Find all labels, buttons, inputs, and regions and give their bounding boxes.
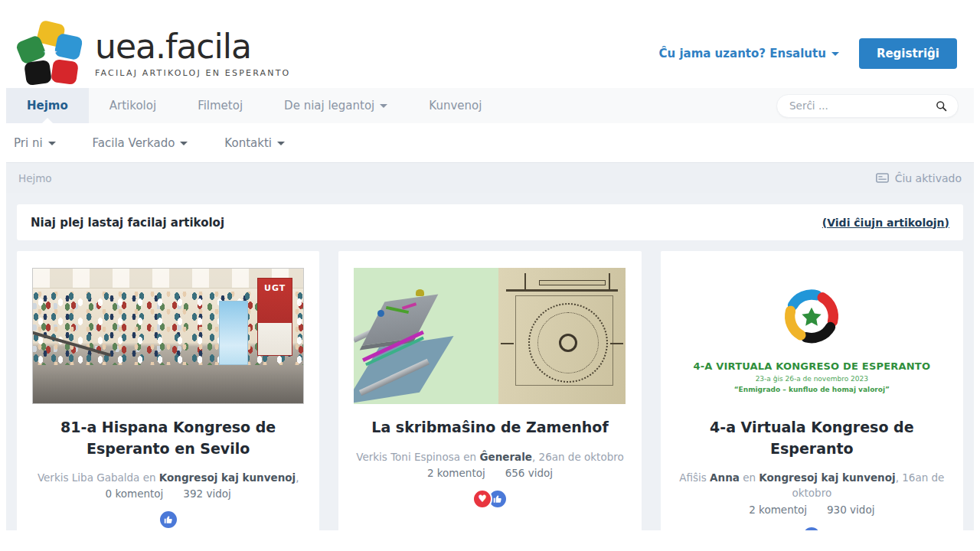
nav-item-kunvenoj[interactable]: Kunvenoj — [408, 88, 502, 123]
logo-bubble-red — [51, 59, 79, 85]
primary-nav-items: Hejmo Artikoloj Filmetoj De niaj leganto… — [6, 88, 502, 123]
article-stats: 2 komentoj 656 vidoj — [352, 467, 627, 479]
nav-label: De niaj legantoj — [284, 99, 374, 112]
article-title[interactable]: 81-a Hispana Kongreso de Esperanto en Se… — [37, 417, 299, 459]
category-link[interactable]: Ĝenerale — [479, 451, 532, 463]
site-title: uea.facila — [95, 30, 290, 64]
site-tagline: FACILAJ ARTIKOLOJ EN ESPERANTO — [95, 68, 290, 78]
nav-label: Pri ni — [14, 136, 43, 150]
nav-item-filmetoj[interactable]: Filmetoj — [177, 88, 263, 123]
activity-icon — [876, 173, 889, 183]
logo-text: uea.facila FACILAJ ARTIKOLOJ EN ESPERANT… — [95, 30, 290, 78]
page: ★ uea.facila FACILAJ ARTIKOLOJ EN ESPERA… — [6, 0, 974, 530]
article-thumbnail-group-photo[interactable]: UGT — [32, 268, 304, 404]
byline-text: Verkis Toni Espinosa en — [356, 451, 479, 463]
view-all-articles-link[interactable]: (Vidi ĉiujn artikolojn) — [822, 217, 949, 229]
breadcrumb: Hejmo — [18, 172, 52, 184]
category-link[interactable]: Kongresoj kaj kunvenoj — [759, 471, 895, 484]
nav-label: Filmetoj — [198, 99, 243, 112]
nav-label: Kunvenoj — [429, 99, 482, 112]
breadcrumb-bar: Hejmo Ĉiu aktivado — [6, 162, 974, 193]
vk-hands-emblem-icon — [772, 279, 851, 356]
caret-down-icon — [180, 142, 188, 145]
header-actions: Ĉu jama uzanto? Ensalutu Registriĝi — [658, 38, 962, 69]
nav-item-facila-verkado[interactable]: Facila Verkado — [74, 123, 207, 162]
patent-drawing-background — [498, 268, 626, 404]
views-count: 392 vidoj — [183, 487, 230, 500]
caret-down-icon — [831, 52, 839, 56]
logo-bubbles-icon: ★ — [18, 22, 83, 85]
search-icon — [936, 100, 947, 112]
article-thumbnail-typewriter[interactable] — [354, 268, 626, 404]
nav-label: Facila Verkado — [93, 136, 175, 150]
search-input[interactable] — [789, 99, 934, 112]
nav-item-kontakti[interactable]: Kontakti — [206, 123, 303, 162]
photo-ugt-banner: UGT — [257, 278, 292, 356]
article-byline: Verkis Toni Espinosa en Ĝenerale, 26an d… — [352, 449, 627, 465]
search-box — [776, 94, 959, 118]
nav-item-de-niaj-legantoj[interactable]: De niaj legantoj — [263, 88, 408, 123]
search-button[interactable] — [934, 99, 949, 113]
category-link[interactable]: Kongresoj kaj kunvenoj — [159, 471, 296, 484]
reactions-row — [31, 510, 305, 530]
caret-down-icon — [380, 104, 387, 108]
nav-item-pri-ni[interactable]: Pri ni — [6, 123, 74, 162]
photo-floor — [33, 370, 303, 403]
patent-axis-line — [501, 343, 514, 344]
article-byline: Verkis Liba Gabalda en Kongresoj kaj kun… — [31, 470, 305, 485]
mechanism-render-background — [354, 268, 498, 404]
vk-logo: 4-A VIRTUALA KONGRESO DE ESPERANTO 23-a … — [676, 268, 948, 404]
section-title: Niaj plej lastaj facilaj artikoloj — [31, 216, 224, 230]
article-card: 4-A VIRTUALA KONGRESO DE ESPERANTO 23-a … — [661, 251, 963, 530]
thumbs-up-icon — [163, 514, 174, 525]
site-logo[interactable]: ★ uea.facila FACILAJ ARTIKOLOJ EN ESPERA… — [18, 22, 290, 85]
comments-count: 2 komentoj — [749, 504, 807, 516]
article-title[interactable]: 4-a Virtuala Kongreso de Esperanto — [681, 417, 943, 459]
primary-nav: Hejmo Artikoloj Filmetoj De niaj leganto… — [6, 88, 974, 123]
main-content: Niaj plej lastaj facilaj artikoloj (Vidi… — [6, 193, 974, 530]
logo-bubble-black — [24, 60, 52, 86]
mechanism-blue-dot — [377, 310, 384, 317]
caret-down-icon — [277, 142, 285, 145]
article-title[interactable]: La skribmaŝino de Zamenhof — [358, 417, 621, 439]
like-icon[interactable] — [158, 510, 178, 530]
byline-text: en — [740, 471, 759, 484]
comments-count: 2 komentoj — [427, 467, 485, 479]
caret-down-icon — [48, 142, 56, 145]
nav-label: Artikoloj — [109, 99, 156, 112]
login-label: Ĉu jama uzanto? Ensalutu — [658, 47, 825, 60]
byline-text: Afiŝis — [679, 471, 710, 484]
byline-text: Verkis Liba Gabalda en — [38, 471, 159, 484]
patent-carriage-bar — [539, 280, 606, 285]
photo-blue-poster — [219, 301, 248, 365]
patent-baseline — [506, 289, 619, 292]
mechanism-knob — [416, 289, 424, 296]
logo-bubble-blue — [54, 33, 83, 60]
nav-item-hejmo[interactable]: Hejmo — [6, 88, 89, 123]
heart-glyph: ♥ — [478, 494, 487, 504]
all-activity-label: Ĉiu aktivado — [895, 172, 962, 184]
thumbs-up-icon — [492, 494, 503, 504]
nav-item-artikoloj[interactable]: Artikoloj — [89, 88, 177, 123]
author-link[interactable]: Anna — [710, 471, 740, 484]
vk-logo-title: 4-A VIRTUALA KONGRESO DE ESPERANTO — [693, 360, 930, 372]
love-icon[interactable]: ♥ — [472, 489, 492, 509]
views-count: 656 vidoj — [505, 467, 553, 479]
secondary-nav: Pri ni Facila Verkado Kontakti — [6, 123, 974, 162]
site-header: ★ uea.facila FACILAJ ARTIKOLOJ EN ESPERA… — [6, 0, 974, 88]
section-header: Niaj plej lastaj facilaj artikoloj (Vidi… — [17, 204, 963, 240]
search-area — [776, 88, 959, 123]
views-count: 930 vidoj — [827, 504, 874, 516]
login-dropdown[interactable]: Ĉu jama uzanto? Ensalutu — [658, 47, 838, 60]
like-icon[interactable] — [802, 526, 822, 530]
all-activity-link[interactable]: Ĉiu aktivado — [876, 172, 962, 184]
logo-star-icon: ★ — [43, 44, 58, 63]
register-button[interactable]: Registriĝi — [859, 38, 957, 69]
article-card: La skribmaŝino de Zamenhof Verkis Toni E… — [338, 251, 641, 530]
patent-post — [609, 273, 610, 290]
reactions-row: ♥ — [352, 489, 627, 509]
nav-label: Kontakti — [224, 136, 272, 150]
byline-text: , — [296, 471, 299, 484]
article-thumbnail-vk-logo[interactable]: 4-A VIRTUALA KONGRESO DE ESPERANTO 23-a … — [676, 268, 948, 404]
article-byline: Afiŝis Anna en Kongresoj kaj kunvenoj, 1… — [675, 470, 949, 501]
